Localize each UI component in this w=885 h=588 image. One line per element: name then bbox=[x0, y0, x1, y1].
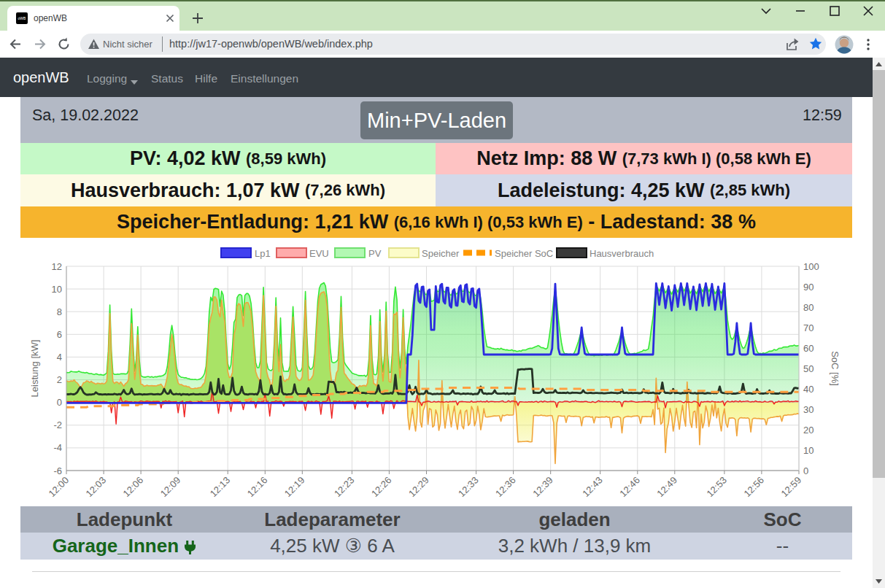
svg-text:20: 20 bbox=[803, 425, 813, 436]
svg-text:Speicher: Speicher bbox=[422, 248, 460, 259]
svg-text:EVU: EVU bbox=[309, 248, 329, 259]
svg-text:SoC [%]: SoC [%] bbox=[830, 351, 840, 386]
svg-text:6: 6 bbox=[57, 329, 62, 340]
svg-text:10: 10 bbox=[803, 445, 813, 456]
svg-text:70: 70 bbox=[803, 322, 813, 333]
svg-text:-4: -4 bbox=[53, 442, 62, 453]
svg-text:-6: -6 bbox=[53, 465, 62, 476]
svg-text:10: 10 bbox=[52, 284, 62, 295]
svg-text:12:33: 12:33 bbox=[456, 475, 481, 500]
svg-text:40: 40 bbox=[803, 384, 813, 395]
svg-text:12:09: 12:09 bbox=[158, 475, 183, 500]
svg-text:12:16: 12:16 bbox=[245, 475, 270, 500]
svg-text:Speicher SoC: Speicher SoC bbox=[495, 248, 553, 259]
svg-text:0: 0 bbox=[803, 465, 808, 476]
svg-text:80: 80 bbox=[803, 302, 813, 313]
svg-text:12: 12 bbox=[52, 261, 62, 272]
svg-text:12:36: 12:36 bbox=[493, 475, 518, 500]
svg-text:90: 90 bbox=[803, 282, 813, 293]
svg-text:12:39: 12:39 bbox=[530, 475, 555, 500]
svg-text:-2: -2 bbox=[53, 419, 62, 430]
svg-text:Hausverbrauch: Hausverbrauch bbox=[590, 248, 654, 259]
svg-text:4: 4 bbox=[57, 352, 62, 363]
svg-text:30: 30 bbox=[803, 404, 813, 415]
svg-text:12:03: 12:03 bbox=[84, 475, 109, 500]
svg-text:12:49: 12:49 bbox=[654, 475, 679, 500]
svg-text:PV: PV bbox=[368, 248, 382, 259]
svg-text:12:43: 12:43 bbox=[580, 475, 605, 500]
svg-text:Lp1: Lp1 bbox=[255, 248, 271, 259]
svg-text:12:19: 12:19 bbox=[282, 475, 307, 500]
svg-text:100: 100 bbox=[803, 261, 819, 272]
svg-text:12:00: 12:00 bbox=[47, 475, 72, 500]
svg-text:12:23: 12:23 bbox=[332, 475, 357, 500]
svg-text:0: 0 bbox=[57, 397, 62, 408]
svg-text:12:56: 12:56 bbox=[741, 475, 766, 500]
svg-text:12:59: 12:59 bbox=[779, 475, 804, 500]
svg-text:12:29: 12:29 bbox=[406, 475, 431, 500]
svg-text:2: 2 bbox=[57, 374, 62, 385]
svg-text:50: 50 bbox=[803, 363, 813, 374]
svg-text:60: 60 bbox=[803, 343, 813, 354]
svg-text:12:26: 12:26 bbox=[369, 475, 394, 500]
svg-text:12:06: 12:06 bbox=[121, 475, 146, 500]
svg-text:12:46: 12:46 bbox=[617, 475, 642, 500]
svg-text:12:53: 12:53 bbox=[704, 475, 729, 500]
svg-text:12:13: 12:13 bbox=[208, 475, 233, 500]
svg-text:8: 8 bbox=[57, 306, 62, 317]
svg-text:Leistung [kW]: Leistung [kW] bbox=[29, 340, 40, 398]
